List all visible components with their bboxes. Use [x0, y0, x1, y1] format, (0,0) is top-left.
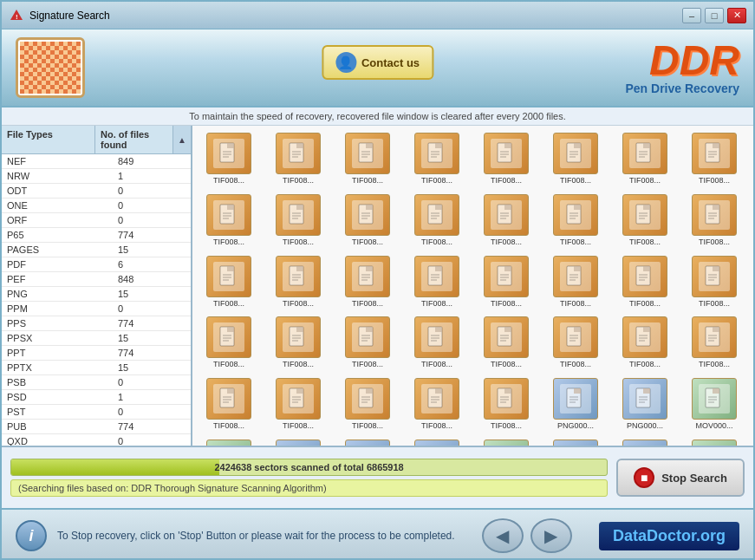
- file-item[interactable]: PNG000...: [335, 436, 400, 446]
- file-item[interactable]: TIF008...: [681, 129, 747, 187]
- file-item[interactable]: PNG000...: [543, 374, 609, 433]
- svg-rect-193: [643, 388, 650, 394]
- table-row[interactable]: PEF 848: [2, 272, 191, 287]
- file-item[interactable]: MOV000...: [681, 374, 747, 433]
- table-row[interactable]: ODT 0: [2, 184, 191, 199]
- file-item[interactable]: MOV000...: [681, 436, 747, 446]
- info-bar-text: To maintain the speed of recovery, recov…: [189, 111, 566, 121]
- forward-button[interactable]: ▶: [530, 518, 572, 553]
- file-item[interactable]: TIF008...: [612, 191, 678, 249]
- contact-button[interactable]: 👤 Contact us: [322, 45, 433, 80]
- file-label: TIF008...: [213, 421, 244, 431]
- table-row[interactable]: PPM 0: [2, 302, 191, 316]
- table-row[interactable]: ORF 0: [2, 213, 191, 228]
- file-item[interactable]: TIF008...: [612, 129, 678, 187]
- progress-bar-text: 2424638 sectors scanned of total 6865918: [11, 459, 607, 475]
- file-thumbnail: [276, 194, 321, 236]
- svg-rect-133: [366, 327, 373, 332]
- file-item[interactable]: PNG000...: [265, 436, 331, 446]
- file-item[interactable]: TIF008...: [265, 313, 331, 371]
- file-item[interactable]: TIF008...: [265, 252, 331, 310]
- file-item[interactable]: TIF008...: [543, 252, 609, 310]
- back-button[interactable]: ◀: [482, 518, 524, 553]
- file-item[interactable]: TIF008...: [404, 191, 470, 249]
- file-item[interactable]: TIF008...: [265, 129, 331, 187]
- sort-icon[interactable]: ▲: [173, 126, 191, 153]
- file-item[interactable]: PNG000...: [404, 436, 470, 446]
- file-item[interactable]: TIF008...: [543, 129, 609, 187]
- file-item[interactable]: TIF008...: [335, 252, 400, 310]
- file-item[interactable]: TIF008...: [335, 313, 400, 371]
- info-icon: i: [16, 520, 47, 551]
- table-row[interactable]: P65 774: [2, 228, 191, 243]
- file-thumbnail: [484, 256, 529, 297]
- thumb-inner: [283, 139, 314, 168]
- file-type-table[interactable]: NEF 849 NRW 1 ODT 0 ONE 0 ORF 0 P65 774 …: [2, 154, 191, 446]
- file-item[interactable]: TIF008...: [681, 313, 747, 371]
- file-item[interactable]: TIF008...: [196, 129, 262, 187]
- file-item[interactable]: TIF008...: [473, 191, 539, 249]
- table-row[interactable]: PAGES 15: [2, 243, 191, 257]
- table-row[interactable]: PPS 774: [2, 316, 191, 331]
- file-item[interactable]: TIF008...: [196, 374, 262, 433]
- file-item[interactable]: TIF008...: [404, 313, 470, 371]
- file-item[interactable]: TIF008...: [404, 129, 470, 187]
- table-row[interactable]: NEF 849: [2, 154, 191, 169]
- file-item[interactable]: TIF008...: [196, 252, 262, 310]
- table-row[interactable]: PST 0: [2, 405, 191, 420]
- table-row[interactable]: PPTX 15: [2, 361, 191, 375]
- file-item[interactable]: TIF008...: [543, 191, 609, 249]
- file-item[interactable]: TIF008...: [473, 252, 539, 310]
- file-item[interactable]: MOV000...: [196, 436, 262, 446]
- table-row[interactable]: NRW 1: [2, 169, 191, 184]
- file-item[interactable]: TIF008...: [473, 374, 539, 433]
- file-item[interactable]: TIF008...: [265, 191, 331, 249]
- file-item[interactable]: TIF008...: [335, 191, 400, 249]
- file-item[interactable]: TIF008...: [335, 129, 400, 187]
- file-item[interactable]: MOV000...: [473, 436, 539, 446]
- svg-rect-103: [504, 266, 511, 271]
- table-row[interactable]: PDF 6: [2, 257, 191, 272]
- file-item[interactable]: TIF008...: [196, 191, 262, 249]
- file-item[interactable]: TIF008...: [404, 252, 470, 310]
- file-item[interactable]: TIF008...: [543, 313, 609, 371]
- file-item[interactable]: TIF008...: [681, 252, 747, 310]
- file-item[interactable]: PNG000...: [543, 436, 609, 446]
- file-item[interactable]: PNG000...: [612, 374, 678, 433]
- table-row[interactable]: QXD 0: [2, 434, 191, 446]
- file-item[interactable]: TIF008...: [473, 129, 539, 187]
- table-row[interactable]: PSB 0: [2, 375, 191, 390]
- table-row[interactable]: PSD 1: [2, 390, 191, 405]
- file-label: TIF008...: [283, 421, 314, 431]
- table-row[interactable]: PUB 774: [2, 420, 191, 434]
- file-thumbnail: [553, 194, 598, 236]
- maximize-button[interactable]: □: [705, 8, 724, 23]
- file-label: TIF008...: [560, 360, 591, 369]
- file-item[interactable]: TIF008...: [404, 374, 470, 433]
- stop-search-button[interactable]: ■ Stop Search: [616, 459, 745, 497]
- file-item[interactable]: TIF008...: [473, 313, 539, 371]
- file-item[interactable]: TIF008...: [612, 252, 678, 310]
- table-row[interactable]: PNG 15: [2, 287, 191, 302]
- file-item[interactable]: PNG000...: [612, 436, 678, 446]
- svg-rect-73: [643, 205, 650, 210]
- table-row[interactable]: PPSX 15: [2, 331, 191, 346]
- table-row[interactable]: ONE 0: [2, 199, 191, 213]
- file-item[interactable]: TIF008...: [335, 374, 400, 433]
- file-thumbnail: [692, 194, 737, 236]
- file-thumbnail: [345, 256, 390, 297]
- left-panel: File Types No. of files found ▲ NEF 849 …: [2, 126, 192, 446]
- main-content: To maintain the speed of recovery, recov…: [2, 107, 753, 508]
- file-item[interactable]: TIF008...: [612, 313, 678, 371]
- close-button[interactable]: ✕: [727, 8, 746, 23]
- right-panel[interactable]: TIF008... TIF008...: [192, 126, 753, 446]
- table-row[interactable]: PPT 774: [2, 346, 191, 361]
- file-item[interactable]: TIF008...: [196, 313, 262, 371]
- file-thumbnail: [345, 378, 390, 420]
- file-thumbnail: [276, 378, 321, 420]
- file-item[interactable]: TIF008...: [681, 191, 747, 249]
- file-count-cell: 0: [113, 405, 191, 419]
- minimize-button[interactable]: –: [682, 8, 701, 23]
- file-item[interactable]: TIF008...: [265, 374, 331, 433]
- svg-rect-108: [574, 266, 581, 271]
